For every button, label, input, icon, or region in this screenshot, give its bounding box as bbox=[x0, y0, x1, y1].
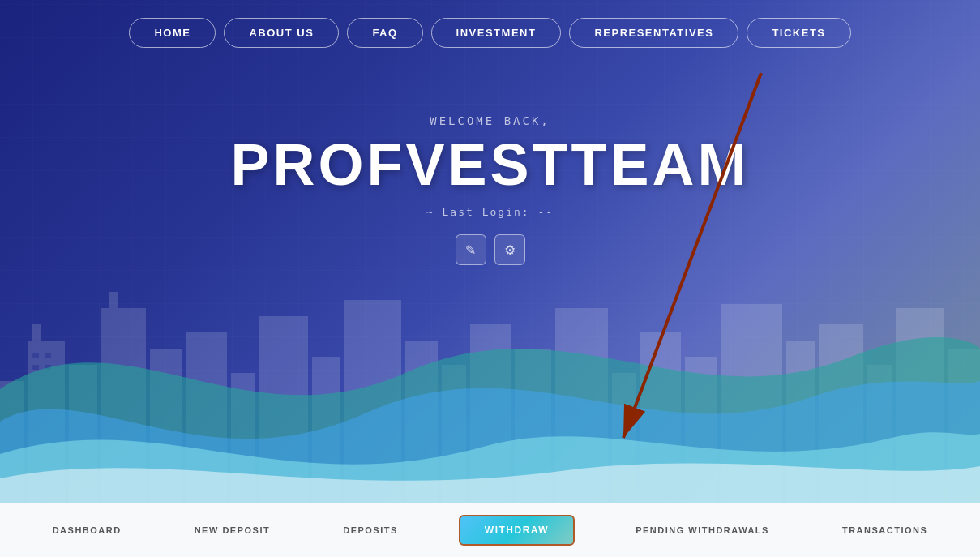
nav-dashboard[interactable]: DASHBOARD bbox=[41, 519, 134, 542]
welcome-label: WELCOME BACK, bbox=[0, 114, 980, 127]
nav-home[interactable]: HOME bbox=[129, 18, 216, 48]
nav-pending-withdrawals[interactable]: PENDING WITHDRAWALS bbox=[623, 519, 781, 542]
action-icons: ✎ ⚙ bbox=[0, 234, 980, 265]
nav-representatives[interactable]: REPRESENTATIVES bbox=[569, 18, 738, 48]
gear-icon: ⚙ bbox=[504, 242, 516, 258]
username-display: PROFVESTTEAM bbox=[0, 135, 980, 194]
nav-tickets[interactable]: TICKETS bbox=[747, 18, 850, 48]
svg-line-31 bbox=[623, 73, 761, 438]
edit-button[interactable]: ✎ bbox=[456, 234, 486, 265]
nav-transactions[interactable]: TRANSACTIONS bbox=[830, 519, 939, 542]
nav-faq[interactable]: FAQ bbox=[347, 18, 422, 48]
bottom-navigation: DASHBOARD NEW DEPOSIT DEPOSITS WITHDRAW … bbox=[0, 503, 980, 557]
last-login-text: ~ Last Login: -- bbox=[0, 206, 980, 218]
wave-decoration bbox=[0, 243, 980, 503]
nav-withdraw[interactable]: WITHDRAW bbox=[459, 515, 575, 546]
hero-section: HOME ABOUT US FAQ INVESTMENT REPRESENTAT… bbox=[0, 0, 980, 503]
nav-new-deposit[interactable]: NEW DEPOSIT bbox=[182, 519, 283, 542]
nav-investment[interactable]: INVESTMENT bbox=[431, 18, 562, 48]
arrow-indicator bbox=[558, 65, 802, 473]
top-navigation: HOME ABOUT US FAQ INVESTMENT REPRESENTAT… bbox=[0, 0, 980, 66]
edit-icon: ✎ bbox=[465, 242, 476, 258]
nav-about[interactable]: ABOUT US bbox=[224, 18, 339, 48]
hero-content: WELCOME BACK, PROFVESTTEAM ~ Last Login:… bbox=[0, 66, 980, 265]
settings-button[interactable]: ⚙ bbox=[494, 234, 525, 265]
nav-deposits[interactable]: DEPOSITS bbox=[331, 519, 410, 542]
